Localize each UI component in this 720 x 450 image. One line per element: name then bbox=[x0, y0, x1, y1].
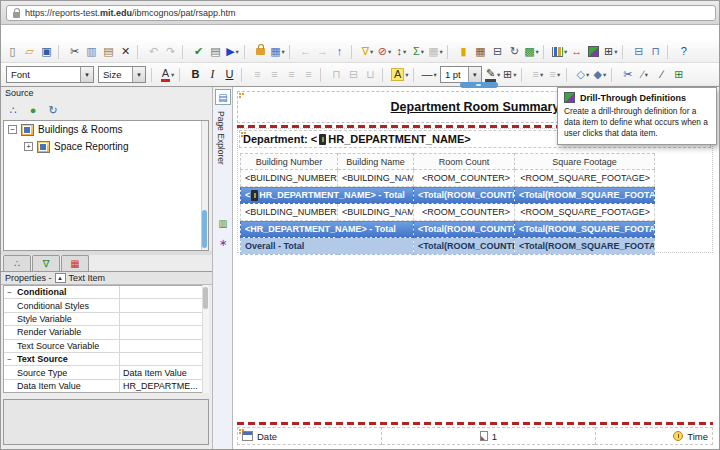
property-row[interactable]: − Conditional bbox=[4, 286, 208, 299]
conditional-styles-icon-dropdown[interactable]: ▾ bbox=[586, 71, 589, 79]
style-class-icon-dropdown[interactable]: ▾ bbox=[603, 71, 606, 79]
open-report-icon[interactable]: ▱ bbox=[21, 43, 38, 61]
sort-icon-dropdown[interactable]: ▾ bbox=[403, 48, 406, 56]
list-cell-selected[interactable]: <Total(ROOM_COUNTER)> bbox=[414, 221, 515, 238]
property-row[interactable]: Data Item Value HR_DEPARTME... bbox=[4, 380, 208, 393]
up-icon[interactable]: ↑ bbox=[331, 43, 348, 61]
list-cell[interactable]: <BUILDING_NAME> bbox=[338, 170, 414, 187]
style-class-icon[interactable]: ◆▾ bbox=[591, 66, 608, 84]
insert-object-icon[interactable]: ▩▾ bbox=[523, 43, 540, 61]
delete-icon[interactable]: ✕ bbox=[117, 43, 134, 61]
page-explorer-tab[interactable]: ▤ bbox=[215, 89, 231, 105]
insert-object-icon-dropdown[interactable]: ▾ bbox=[536, 48, 539, 56]
property-row[interactable]: − Text Source bbox=[4, 353, 208, 366]
list-cell[interactable]: <BUILDING_NAME> bbox=[338, 204, 414, 221]
property-value[interactable] bbox=[119, 313, 208, 325]
chart-icon[interactable]: ▾ bbox=[551, 43, 568, 61]
summarize-icon-dropdown[interactable]: ▾ bbox=[421, 48, 424, 56]
list-cell-selected[interactable]: <HR_DEPARTMENT_NAME> - Total bbox=[241, 221, 414, 238]
table-style-icon[interactable]: ⊞ bbox=[670, 66, 687, 84]
drill-through-definitions-icon[interactable] bbox=[585, 43, 602, 61]
suppress-icon[interactable]: ⊘▾ bbox=[376, 43, 393, 61]
tree-item-buildings-rooms[interactable]: − Buildings & Rooms bbox=[4, 121, 208, 138]
list-cell-selected[interactable]: <Total(ROOM_COUNTER)> bbox=[414, 187, 515, 204]
properties-scrollbar[interactable] bbox=[202, 285, 209, 393]
property-row[interactable]: Text Source Variable bbox=[4, 340, 208, 353]
help-icon[interactable]: ? bbox=[675, 43, 692, 61]
insert-data-icon[interactable]: ▦▾ bbox=[269, 43, 286, 61]
collapse-icon[interactable]: − bbox=[8, 125, 17, 134]
property-value[interactable] bbox=[119, 353, 208, 365]
list-cell-selected[interactable]: <Total(ROOM_SQUARE_FOOTAGE)> bbox=[515, 187, 655, 204]
text-color-icon[interactable]: A▾ bbox=[159, 66, 176, 84]
tree-item-space-reporting[interactable]: + Space Reporting bbox=[4, 138, 208, 155]
column-header[interactable]: Square Footage bbox=[515, 154, 655, 170]
department-data-item[interactable]: HR_DEPARTMENT_NAME> bbox=[328, 133, 471, 145]
dropdown-arrow-icon[interactable]: ▾ bbox=[468, 67, 481, 82]
padding-icon-dropdown[interactable]: ▾ bbox=[540, 71, 543, 79]
apply-style-icon[interactable]: ∕ bbox=[653, 66, 670, 84]
edit-package-icon[interactable]: ● bbox=[25, 103, 41, 118]
auto-group-icon-dropdown[interactable]: ▾ bbox=[440, 48, 443, 56]
scrollbar-thumb[interactable] bbox=[203, 287, 208, 309]
border-style-icon[interactable]: —▾ bbox=[421, 66, 438, 84]
paste-icon[interactable]: ▤ bbox=[100, 43, 117, 61]
property-row[interactable]: Conditional Styles bbox=[4, 299, 208, 312]
border-color-icon[interactable]: ✎▾ bbox=[484, 66, 501, 84]
property-value[interactable] bbox=[119, 326, 208, 338]
swap-rows-columns-icon[interactable]: ↔ bbox=[568, 43, 585, 61]
footer-date-block[interactable]: Date bbox=[237, 427, 382, 445]
expand-icon[interactable]: + bbox=[24, 142, 33, 151]
prompt-page-icon[interactable]: ▦ bbox=[472, 43, 489, 61]
page-structure-icon[interactable]: ⊓ bbox=[647, 43, 664, 61]
dropdown-arrow-icon[interactable]: ▾ bbox=[132, 67, 145, 82]
pane-splitter-grip[interactable] bbox=[460, 82, 498, 88]
copy-icon[interactable]: ▥ bbox=[83, 43, 100, 61]
property-value[interactable]: Data Item Value bbox=[119, 366, 208, 378]
font-size-select[interactable]: Size ▾ bbox=[98, 66, 146, 83]
borders-icon-dropdown[interactable]: ▾ bbox=[513, 71, 516, 79]
chart-icon-dropdown[interactable]: ▾ bbox=[564, 48, 567, 56]
footer-time-block[interactable]: Time bbox=[595, 427, 713, 445]
save-icon[interactable]: ▣ bbox=[38, 43, 55, 61]
new-report-icon[interactable]: ▯ bbox=[4, 43, 21, 61]
underline-button[interactable]: U bbox=[221, 66, 238, 84]
background-color-icon[interactable]: A▾ bbox=[390, 66, 410, 84]
clear-formatting-icon[interactable]: ✂ bbox=[619, 66, 636, 84]
list-cell-selected[interactable]: <Total(ROOM_SQUARE_FOOTAGE)> bbox=[515, 221, 655, 238]
report-title[interactable]: Department Room Summary bbox=[391, 100, 560, 114]
italic-button[interactable]: I bbox=[204, 66, 221, 84]
run-report-icon[interactable]: ▶▾ bbox=[224, 43, 241, 61]
text-color-icon-dropdown[interactable]: ▾ bbox=[171, 71, 174, 79]
list-cell[interactable]: <ROOM_COUNTER> bbox=[414, 204, 515, 221]
property-value[interactable] bbox=[119, 340, 208, 352]
dropdown-arrow-icon[interactable]: ▾ bbox=[80, 67, 93, 82]
tab-source[interactable]: ∴ bbox=[3, 255, 31, 271]
list-cell[interactable]: <Total(ROOM_COUNTER)> bbox=[414, 238, 515, 255]
conditional-styles-icon[interactable]: ◇▾ bbox=[574, 66, 591, 84]
border-width-select[interactable]: 1 pt ▾ bbox=[440, 66, 482, 83]
insertable-objects-icon[interactable]: ∴ bbox=[5, 103, 21, 118]
validate-report-icon[interactable]: ✔ bbox=[190, 43, 207, 61]
select-ancestor-icon[interactable]: ▴ bbox=[55, 273, 66, 283]
list-cell[interactable]: <ROOM_SQUARE_FOOTAGE> bbox=[515, 170, 655, 187]
suppress-icon-dropdown[interactable]: ▾ bbox=[388, 48, 391, 56]
headers-footers-icon[interactable]: ⊟ bbox=[630, 43, 647, 61]
tab-data-items[interactable]: ∇ bbox=[32, 255, 60, 271]
tree-scrollbar[interactable] bbox=[201, 121, 208, 250]
pivot-icon[interactable]: ⊟ bbox=[489, 43, 506, 61]
property-row[interactable]: Source Type Data Item Value bbox=[4, 366, 208, 379]
refresh-icon[interactable]: ↻ bbox=[506, 43, 523, 61]
bold-button[interactable]: B bbox=[187, 66, 204, 84]
border-style-icon-dropdown[interactable]: ▾ bbox=[434, 71, 437, 79]
footer-page-number-block[interactable]: 1 bbox=[382, 427, 595, 445]
copy-style-icon[interactable]: ∕▾ bbox=[636, 66, 653, 84]
property-value[interactable]: HR_DEPARTME... bbox=[119, 380, 208, 392]
refresh-metadata-icon[interactable]: ↻ bbox=[45, 103, 61, 118]
address-bar[interactable]: https://reports-test.mit.edu/ibmcognos/p… bbox=[6, 5, 716, 21]
summarize-icon[interactable]: Σ▾ bbox=[410, 43, 427, 61]
collapse-icon[interactable]: − bbox=[4, 355, 15, 364]
list-cell[interactable]: <ROOM_COUNTER> bbox=[414, 170, 515, 187]
insert-table-icon-dropdown[interactable]: ▾ bbox=[614, 48, 617, 56]
create-sections-icon[interactable]: ▮ bbox=[455, 43, 472, 61]
